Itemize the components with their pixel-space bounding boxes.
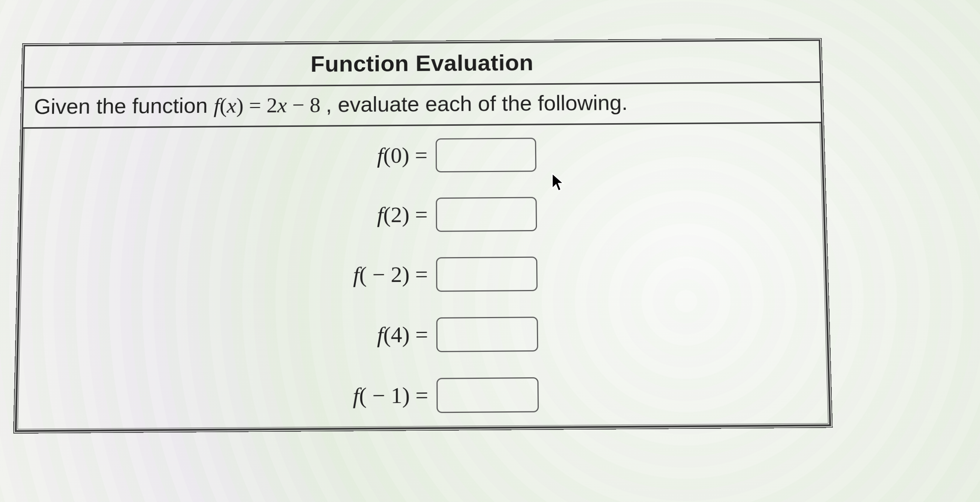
prompt-row: Given the function f(x) = 2x − 8 , evalu… bbox=[22, 82, 822, 128]
equation-line: f( − 2) = bbox=[308, 257, 538, 293]
close-paren: ) bbox=[402, 202, 409, 227]
open-paren: ( bbox=[360, 262, 367, 287]
close-paren: ) bbox=[402, 322, 409, 347]
close-paren: ) bbox=[236, 94, 244, 118]
inner-table: f(0) = f(2) = bbox=[16, 123, 829, 430]
answer-input-f2[interactable] bbox=[436, 197, 537, 231]
f-letter: f bbox=[377, 322, 383, 347]
prompt-pre: Given the function bbox=[33, 93, 214, 118]
f-letter: f bbox=[377, 202, 383, 227]
arg-value: 4 bbox=[391, 322, 402, 347]
table-title: Function Evaluation bbox=[23, 40, 821, 87]
equals-sign: = bbox=[243, 93, 266, 117]
f-of-neg2-label: f( − 2) = bbox=[308, 261, 428, 288]
open-paren: ( bbox=[359, 383, 367, 408]
table-row: f(4) = bbox=[19, 302, 826, 368]
equals-sign: = bbox=[410, 322, 428, 347]
body-cell: f(0) = f(2) = bbox=[16, 123, 830, 431]
close-paren: ) bbox=[402, 262, 409, 287]
f-letter: f bbox=[353, 383, 359, 408]
equation-line: f(4) = bbox=[307, 317, 538, 353]
close-paren: ) bbox=[402, 143, 409, 167]
x-letter: x bbox=[227, 94, 236, 118]
answer-input-f0[interactable] bbox=[436, 138, 536, 172]
table-row: f( − 2) = bbox=[21, 242, 825, 307]
equals-sign: = bbox=[409, 202, 428, 227]
f-of-4-label: f(4) = bbox=[307, 322, 428, 349]
f-letter: f bbox=[377, 143, 383, 167]
arg-value: 0 bbox=[391, 143, 402, 167]
prompt-post: , evaluate each of the following. bbox=[326, 90, 628, 116]
arg-value: − 1 bbox=[367, 383, 402, 408]
answer-input-fneg2[interactable] bbox=[436, 257, 538, 292]
f-of-neg1-label: f( − 1) = bbox=[307, 382, 429, 409]
prompt-expression: f(x) = 2x − 8 bbox=[213, 93, 326, 118]
open-paren: ( bbox=[383, 143, 391, 167]
f-letter: f bbox=[213, 94, 220, 118]
f-of-2-label: f(2) = bbox=[308, 202, 428, 228]
coef: 2 bbox=[266, 93, 277, 117]
const: 8 bbox=[310, 93, 320, 117]
f-letter: f bbox=[353, 262, 360, 287]
equation-line: f( − 1) = bbox=[307, 377, 539, 414]
equation-line: f(2) = bbox=[308, 197, 537, 233]
x-letter-2: x bbox=[277, 93, 287, 117]
photo-frame: Function Evaluation Given the function f… bbox=[0, 0, 980, 502]
f-of-0-label: f(0) = bbox=[308, 142, 428, 169]
equals-sign: = bbox=[410, 382, 428, 408]
equals-sign: = bbox=[409, 143, 428, 167]
table-row: f(0) = bbox=[23, 123, 821, 188]
open-paren: ( bbox=[220, 94, 227, 118]
minus-op: − bbox=[286, 93, 310, 117]
table-row: f( − 1) = bbox=[18, 362, 828, 429]
arg-value: 2 bbox=[391, 202, 402, 227]
arg-value: − 2 bbox=[367, 262, 402, 287]
equals-sign: = bbox=[409, 262, 428, 287]
equation-line: f(0) = bbox=[308, 138, 536, 173]
title-text: Function Evaluation bbox=[311, 49, 534, 76]
open-paren: ( bbox=[383, 322, 391, 347]
table-row: f(2) = bbox=[22, 182, 823, 247]
answer-input-f4[interactable] bbox=[436, 317, 538, 352]
outer-table: Function Evaluation Given the function f… bbox=[13, 38, 833, 433]
close-paren: ) bbox=[402, 383, 410, 408]
worksheet: Function Evaluation Given the function f… bbox=[13, 38, 828, 433]
open-paren: ( bbox=[383, 202, 391, 227]
answer-input-fneg1[interactable] bbox=[436, 377, 539, 413]
